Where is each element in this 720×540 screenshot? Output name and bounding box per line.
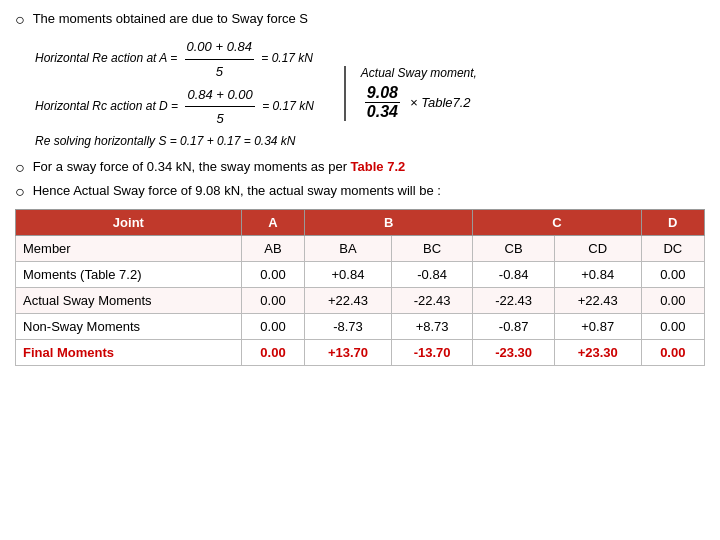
sway-multiply: × Table7.2 <box>410 95 471 110</box>
row-label: Member <box>16 235 242 261</box>
moments-table: Joint A B C D MemberABBABCCBCDDCMoments … <box>15 209 705 366</box>
table-cell: +22.43 <box>305 287 392 313</box>
bullet-icon-3: ○ <box>15 182 25 201</box>
table-row: Final Moments0.00+13.70-13.70-23.30+23.3… <box>16 339 705 365</box>
table-cell: 0.00 <box>241 261 304 287</box>
row-label: Final Moments <box>16 339 242 365</box>
formula-line-2: Horizontal Rc action at D = 0.84 + 0.00 … <box>35 83 314 131</box>
table-cell: +0.87 <box>554 313 641 339</box>
table-cell: CB <box>473 235 555 261</box>
bullet-row-1: ○ The moments obtained are due to Sway f… <box>15 10 705 29</box>
table-cell: 0.00 <box>641 261 704 287</box>
row-label: Actual Sway Moments <box>16 287 242 313</box>
table-cell: BC <box>391 235 473 261</box>
table-reference: Table 7.2 <box>351 159 406 174</box>
col-b: B <box>305 209 473 235</box>
table-body: MemberABBABCCBCDDCMoments (Table 7.2)0.0… <box>16 235 705 365</box>
table-row: Non-Sway Moments0.00-8.73+8.73-0.87+0.87… <box>16 313 705 339</box>
table-cell: -23.30 <box>473 339 555 365</box>
table-cell: 0.00 <box>641 339 704 365</box>
formulas-left: Horizontal Re action at A = 0.00 + 0.84 … <box>35 35 314 152</box>
bullet-text-3: Hence Actual Sway force of 9.08 kN, the … <box>33 182 441 200</box>
sway-denominator: 0.34 <box>365 103 400 121</box>
table-cell: 0.00 <box>241 339 304 365</box>
formula-block: Horizontal Re action at A = 0.00 + 0.84 … <box>35 35 705 152</box>
table-cell: AB <box>241 235 304 261</box>
col-joint: Joint <box>16 209 242 235</box>
col-c: C <box>473 209 641 235</box>
table-cell: 0.00 <box>241 313 304 339</box>
sway-fraction: 9.08 0.34 <box>365 84 400 121</box>
table-cell: -8.73 <box>305 313 392 339</box>
bullet-row-3: ○ Hence Actual Sway force of 9.08 kN, th… <box>15 182 705 201</box>
col-a: A <box>241 209 304 235</box>
sway-fraction-row: 9.08 0.34 × Table7.2 <box>361 84 477 121</box>
formula-line-3: Re solving horizontally S = 0.17 + 0.17 … <box>35 131 314 153</box>
table-cell: +0.84 <box>554 261 641 287</box>
table-cell: CD <box>554 235 641 261</box>
formula-right-block: Actual Sway moment, 9.08 0.34 × Table7.2 <box>344 66 477 121</box>
fraction-d: 0.84 + 0.00 5 <box>185 83 254 131</box>
table-cell: +0.84 <box>305 261 392 287</box>
table-cell: DC <box>641 235 704 261</box>
intro-section: ○ The moments obtained are due to Sway f… <box>15 10 705 201</box>
table-cell: -13.70 <box>391 339 473 365</box>
table-cell: BA <box>305 235 392 261</box>
table-row: Moments (Table 7.2)0.00+0.84-0.84-0.84+0… <box>16 261 705 287</box>
table-row: MemberABBABCCBCDDC <box>16 235 705 261</box>
formula-line-1: Horizontal Re action at A = 0.00 + 0.84 … <box>35 35 314 83</box>
table-cell: -0.84 <box>391 261 473 287</box>
bullet-icon-1: ○ <box>15 10 25 29</box>
table-cell: 0.00 <box>641 313 704 339</box>
col-d: D <box>641 209 704 235</box>
table-cell: +23.30 <box>554 339 641 365</box>
sway-numerator: 9.08 <box>365 84 400 103</box>
table-cell: -0.87 <box>473 313 555 339</box>
bullet-row-2: ○ For a sway force of 0.34 kN, the sway … <box>15 158 705 177</box>
bullet-icon-2: ○ <box>15 158 25 177</box>
table-header-row: Joint A B C D <box>16 209 705 235</box>
table-cell: +8.73 <box>391 313 473 339</box>
row-label: Moments (Table 7.2) <box>16 261 242 287</box>
table-cell: -0.84 <box>473 261 555 287</box>
bullet2-pre: For a sway force of 0.34 kN, the sway mo… <box>33 159 351 174</box>
table-cell: 0.00 <box>241 287 304 313</box>
bullet-text-1: The moments obtained are due to Sway for… <box>33 10 308 28</box>
table-cell: +13.70 <box>305 339 392 365</box>
bullet-text-2: For a sway force of 0.34 kN, the sway mo… <box>33 158 406 176</box>
table-cell: -22.43 <box>391 287 473 313</box>
table-cell: 0.00 <box>641 287 704 313</box>
table-cell: -22.43 <box>473 287 555 313</box>
row-label: Non-Sway Moments <box>16 313 242 339</box>
table-row: Actual Sway Moments0.00+22.43-22.43-22.4… <box>16 287 705 313</box>
actual-sway-label: Actual Sway moment, <box>361 66 477 80</box>
table-cell: +22.43 <box>554 287 641 313</box>
fraction-a: 0.00 + 0.84 5 <box>185 35 254 83</box>
